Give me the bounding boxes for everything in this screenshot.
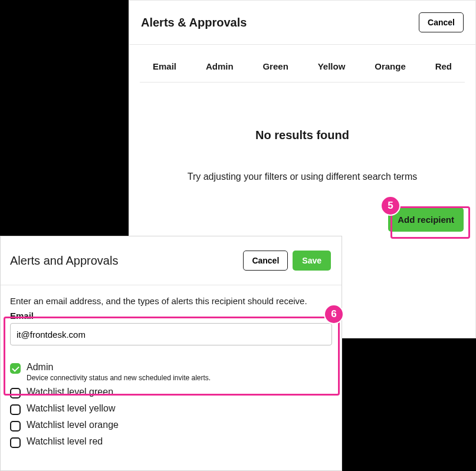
option-green-label: Watchlist level green <box>27 387 113 397</box>
modal-header: Alerts and Approvals Cancel Save <box>1 236 342 285</box>
option-admin-content: Admin Device connectivity status and new… <box>27 362 211 382</box>
email-label: Email <box>10 311 332 321</box>
option-red-label: Watchlist level red <box>27 436 103 447</box>
email-section: Email <box>1 311 342 353</box>
panel-header: Alerts & Approvals Cancel <box>129 1 475 45</box>
tab-red[interactable]: Red <box>435 61 452 71</box>
option-yellow-label: Watchlist level yellow <box>27 403 116 414</box>
option-admin-desc: Device connectivity status and new sched… <box>27 374 211 382</box>
option-red: Watchlist level red <box>10 434 332 450</box>
save-button[interactable]: Save <box>293 251 331 271</box>
option-yellow: Watchlist level yellow <box>10 401 332 417</box>
add-recipient-modal: Alerts and Approvals Cancel Save Enter a… <box>0 236 342 471</box>
tab-email[interactable]: Email <box>153 61 176 71</box>
checkbox-admin[interactable] <box>10 363 21 374</box>
no-results-heading: No results found <box>129 129 475 142</box>
callout-badge-6: 6 <box>324 304 344 324</box>
cancel-button[interactable]: Cancel <box>419 12 464 32</box>
checkbox-green[interactable] <box>10 388 21 398</box>
option-red-content: Watchlist level red <box>27 436 103 447</box>
checkbox-red[interactable] <box>10 437 21 448</box>
alert-type-list: Admin Device connectivity status and new… <box>1 353 342 450</box>
option-orange-content: Watchlist level orange <box>27 420 119 430</box>
option-admin-label: Admin <box>27 362 211 373</box>
filter-tabs: Email Admin Green Yellow Orange Red <box>140 45 465 83</box>
checkbox-orange[interactable] <box>10 421 21 432</box>
add-recipient-button[interactable]: Add recipient <box>388 207 464 232</box>
hint-text: Try adjusting your filters or using diff… <box>129 172 475 182</box>
modal-cancel-button[interactable]: Cancel <box>243 251 288 271</box>
option-admin: Admin Device connectivity status and new… <box>10 360 332 384</box>
tab-orange[interactable]: Orange <box>375 61 406 71</box>
email-field[interactable] <box>10 323 332 345</box>
modal-title: Alerts and Approvals <box>10 254 118 268</box>
tab-yellow[interactable]: Yellow <box>318 61 346 71</box>
page-title: Alerts & Approvals <box>141 16 247 29</box>
modal-instructions: Enter an email address, and the types of… <box>1 285 342 311</box>
option-green-content: Watchlist level green <box>27 387 113 397</box>
checkbox-yellow[interactable] <box>10 404 21 415</box>
tab-admin[interactable]: Admin <box>206 61 234 71</box>
tab-green[interactable]: Green <box>262 61 288 71</box>
option-orange: Watchlist level orange <box>10 417 332 434</box>
option-orange-label: Watchlist level orange <box>27 420 119 430</box>
option-green: Watchlist level green <box>10 384 332 401</box>
option-yellow-content: Watchlist level yellow <box>27 403 116 414</box>
callout-badge-5: 5 <box>380 196 401 216</box>
modal-actions: Cancel Save <box>243 251 331 271</box>
empty-state: No results found Try adjusting your filt… <box>129 83 475 182</box>
